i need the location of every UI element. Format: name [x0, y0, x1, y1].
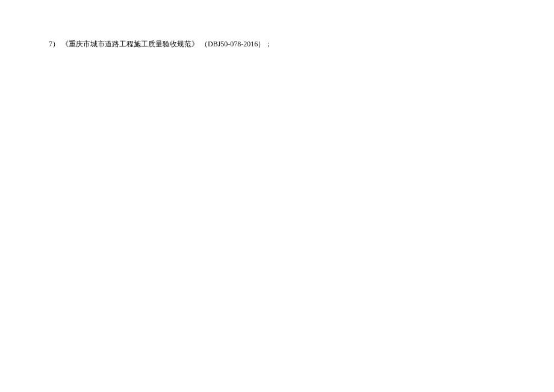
item-text: 《重庆市城市道路工程施工质量验收规范》 [61, 40, 199, 48]
item-number: 7） [49, 40, 60, 48]
item-code: （DBJ50-078-2016）； [201, 40, 272, 48]
document-content: 7） 《重庆市城市道路工程施工质量验收规范》 （DBJ50-078-2016）； [49, 39, 272, 49]
list-item: 7） 《重庆市城市道路工程施工质量验收规范》 （DBJ50-078-2016）； [49, 39, 272, 49]
